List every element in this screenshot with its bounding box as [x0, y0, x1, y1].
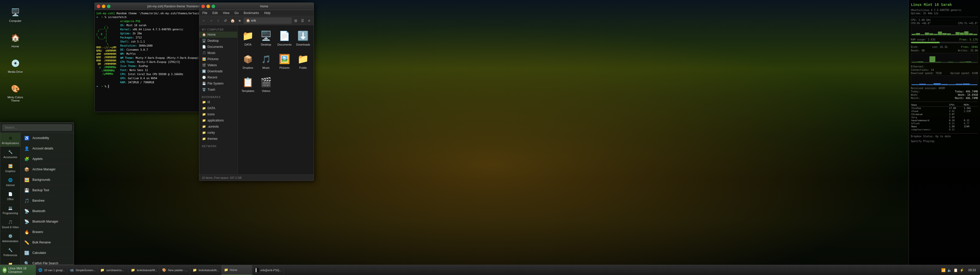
app-item-account[interactable]: 👤 Account details [21, 143, 74, 154]
fm-videos-label: Videos [207, 63, 217, 67]
fm-compact-view-btn[interactable]: ≡ [306, 17, 312, 24]
category-sound-video[interactable]: 🎵 Sound & Video [0, 217, 21, 231]
taskbar-app-chrome[interactable]: 🌐 10 van 1 googl... [36, 265, 67, 275]
taskbar-app-palette[interactable]: 🎨 New palette - ... [159, 265, 190, 275]
category-places[interactable]: 📁 Places [0, 259, 21, 265]
fm-sidebar-music[interactable]: 🎵 Music [199, 50, 237, 56]
fm-minimize-btn[interactable]: − [207, 5, 210, 8]
fm-bookmark-btn[interactable]: ★ [237, 17, 243, 24]
fm-file-downloads[interactable]: ⬇️ Downloads [295, 28, 311, 48]
sysmon-divider-1 [911, 17, 978, 17]
bluetooth-mgr-label: Bluetooth Manager [32, 220, 58, 223]
fm-bookmark-data[interactable]: 📁 DATA [199, 105, 237, 111]
power-tray-icon[interactable]: ⚡ [959, 268, 964, 272]
fm-forward-btn[interactable]: → [208, 17, 214, 24]
app-item-accessibility[interactable]: ♿ Accessibility [21, 133, 74, 143]
fm-file-desktop[interactable]: 🖥️ Desktop [258, 28, 274, 48]
category-administration[interactable]: ⚙️ Administration [0, 231, 21, 245]
category-all[interactable]: ⊞ All Applications [0, 133, 21, 147]
taskbar-app-themes[interactable]: 📁 lerik/dubosk/th... [190, 265, 221, 275]
fm-file-documents[interactable]: 📄 Documents [277, 28, 293, 48]
fm-menu-go[interactable]: Go [234, 11, 240, 15]
fm-bookmark-themes[interactable]: 📁 themes [199, 136, 237, 142]
fm-file-videos[interactable]: 🎬 Videos [258, 74, 274, 95]
taskbar-app-terminal[interactable]: ▌ erik@erik-PSQ... [252, 265, 284, 275]
fm-sidebar-videos[interactable]: 🎬 Videos [199, 62, 237, 68]
category-graphics[interactable]: 🖼️ Graphics [0, 161, 21, 175]
category-office[interactable]: 📄 Office [0, 189, 21, 203]
fm-menu-bookmarks[interactable]: Bookmarks [243, 11, 260, 15]
app-item-backgrounds[interactable]: 🖼️ Backgrounds [21, 175, 74, 185]
fm-sidebar-trash[interactable]: 🗑️ Trash [199, 87, 237, 93]
fm-sidebar-downloads[interactable]: ⬇️ Downloads [199, 68, 237, 74]
app-item-archive[interactable]: 📦 Archive Manager [21, 164, 74, 175]
terminal-maximize-btn[interactable]: □ [107, 5, 110, 8]
fm-bookmark-icons[interactable]: 📁 icons [199, 111, 237, 117]
app-item-backup[interactable]: 💾 Backup Tool [21, 185, 74, 196]
fm-toolbar: ← → ↑ ↺ 🏠 ★ 🏠 erik ⊞ ☰ ≡ [199, 16, 313, 25]
fm-file-music[interactable]: 🎵 Music [258, 51, 274, 71]
fm-sidebar-home[interactable]: 🏠 Home [199, 32, 237, 38]
fm-menu-file[interactable]: File [201, 11, 208, 15]
fm-sidebar-filesystem[interactable]: 💾 File System [199, 81, 237, 87]
taskbar-app-screencast[interactable]: 📹 SimpleScreen... [67, 265, 98, 275]
fm-sidebar-documents[interactable]: 📄 Documents [199, 44, 237, 50]
app-item-banshee[interactable]: 🎵 Banshee [21, 196, 74, 206]
fm-grid-view-btn[interactable]: ⊞ [293, 17, 299, 24]
fm-close-btn[interactable]: ✕ [201, 5, 205, 8]
app-item-brasero[interactable]: 🔥 Brasero [21, 227, 74, 237]
taskbar-app-home[interactable]: 📁 Home [221, 265, 252, 275]
fm-list-view-btn[interactable]: ☰ [299, 17, 305, 24]
app-item-bulk-rename[interactable]: ✏️ Bulk Rename [21, 237, 74, 248]
fm-address-bar[interactable]: 🏠 erik [244, 17, 292, 24]
fm-sidebar-recent[interactable]: 🕐 Recent [199, 74, 237, 81]
taskbar-apps-area: 🌐 10 van 1 googl... 📹 SimpleScreen... 📁 … [36, 265, 939, 275]
fm-bookmark-aureola[interactable]: 📁 .aureola [199, 123, 237, 130]
category-accessories[interactable]: 🔧 Accessories [0, 147, 21, 161]
fm-file-public[interactable]: 📁 Public [295, 51, 311, 71]
fm-refresh-btn[interactable]: ↺ [222, 17, 228, 24]
app-menu-search-input[interactable] [2, 125, 72, 131]
app-item-bluetooth[interactable]: 📡 Bluetooth [21, 206, 74, 217]
app-item-calculator[interactable]: 🔢 Calculator [21, 248, 74, 258]
terminal-minimize-btn[interactable]: − [102, 5, 105, 8]
fm-up-btn[interactable]: ↑ [215, 17, 221, 24]
taskbar-tray: 📶 🔈 📋 ⚡ [941, 268, 964, 272]
desktop-icon-theme[interactable]: 🎨 Minty Colors Theme [5, 82, 25, 103]
app-item-bluetooth-mgr[interactable]: 📡 Bluetooth Manager [21, 217, 74, 227]
desktop-icon-media[interactable]: 💿 Media Drive [5, 56, 25, 74]
network-tray-icon[interactable]: 📶 [941, 268, 946, 272]
app-item-catfish[interactable]: 🔍 Catfish File Search [21, 258, 74, 265]
fm-home-btn[interactable]: 🏠 [229, 17, 235, 24]
app-item-applets[interactable]: 🧩 Applets [21, 154, 74, 164]
fm-menu-edit[interactable]: Edit [211, 11, 219, 15]
fm-menu-view[interactable]: View [222, 11, 231, 15]
taskbar-menu-button[interactable]: M Linux Mint 18 Cinnamon [0, 265, 36, 275]
fm-sidebar-pictures[interactable]: 🖼️ Pictures [199, 56, 237, 62]
fm-bookmark-i3[interactable]: 📁 i3 [199, 99, 237, 105]
fm-maximize-btn[interactable]: □ [212, 5, 215, 8]
fm-menu-help[interactable]: Help [263, 11, 272, 15]
clipboard-tray-icon[interactable]: 📋 [953, 268, 958, 272]
taskbar-app-share[interactable]: 📁 usr/share/co... [98, 265, 128, 275]
fm-file-templates[interactable]: 📋 Templates [240, 74, 256, 95]
fm-bookmark-corky[interactable]: 📁 corky [199, 130, 237, 136]
taskbar-app-dubosk[interactable]: 📁 lerik/dubosk/M... [128, 265, 159, 275]
fm-my-computer-header: My Computer [199, 27, 237, 32]
desktop-icon-home[interactable]: 🏠 Home [5, 30, 25, 49]
fm-bookmark-applications[interactable]: 📁 applications [199, 117, 237, 123]
category-preferences[interactable]: 🔧 Preferences [0, 245, 21, 259]
category-programming[interactable]: 💻 Programming [0, 203, 21, 217]
backup-app-label: Backup Tool [32, 188, 49, 192]
fm-file-pictures[interactable]: 🖼️ Pictures [277, 51, 293, 71]
fm-file-data[interactable]: 📁 DATA [240, 28, 256, 48]
fm-sidebar-desktop[interactable]: 🖥️ Desktop [199, 38, 237, 44]
terminal-close-btn[interactable]: ✕ [97, 5, 100, 8]
category-internet[interactable]: 🌐 Internet [0, 175, 21, 189]
desktop-icon-computer[interactable]: 🖥️ Computer [5, 5, 25, 24]
fm-file-dropbox[interactable]: 📦 Dropbox [240, 51, 256, 71]
proc-cpu: 0.11 [948, 122, 963, 125]
fm-back-btn[interactable]: ← [201, 17, 207, 24]
volume-tray-icon[interactable]: 🔈 [947, 268, 952, 272]
downloads-folder-label: Downloads [296, 43, 310, 46]
